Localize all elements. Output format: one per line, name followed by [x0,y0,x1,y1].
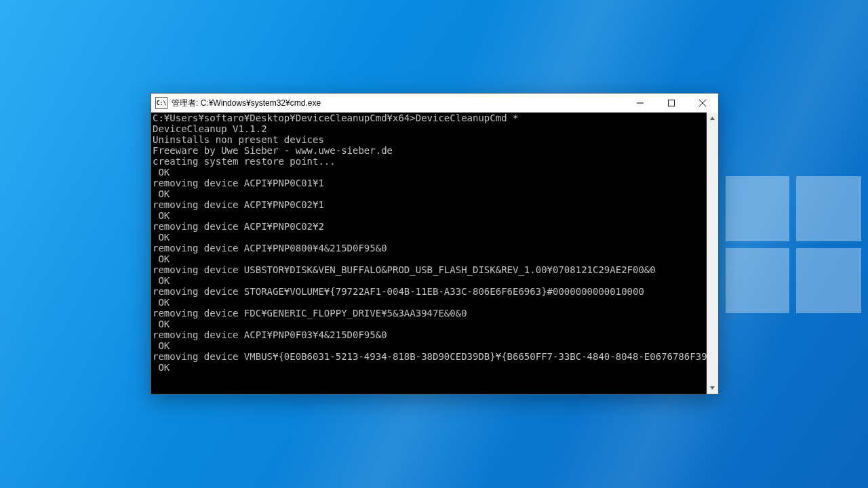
scrollbar-track[interactable] [707,124,718,382]
windows-logo [726,176,861,312]
close-button[interactable] [687,94,718,113]
vertical-scrollbar[interactable] [707,113,718,394]
maximize-button[interactable] [656,94,687,113]
titlebar[interactable]: C:\ 管理者: C:¥Windows¥system32¥cmd.exe [151,94,718,113]
console-client-area: C:¥Users¥softaro¥Desktop¥DeviceCleanupCm… [151,113,718,394]
window-title: 管理者: C:¥Windows¥system32¥cmd.exe [172,98,321,109]
cmd-icon: C:\ [155,97,167,109]
svg-rect-0 [669,100,675,106]
minimize-button[interactable] [625,94,656,113]
scroll-down-button[interactable] [707,382,718,394]
desktop-background: C:\ 管理者: C:¥Windows¥system32¥cmd.exe C:¥… [0,0,868,488]
console-output[interactable]: C:¥Users¥softaro¥Desktop¥DeviceCleanupCm… [151,113,707,394]
cmd-window: C:\ 管理者: C:¥Windows¥system32¥cmd.exe C:¥… [151,93,719,394]
scroll-up-button[interactable] [707,113,718,124]
